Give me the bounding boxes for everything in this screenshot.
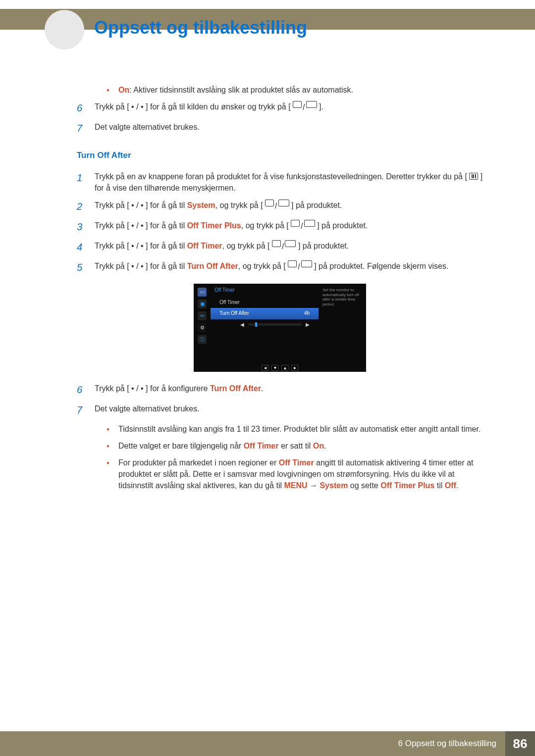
- osd-right-arrow-icon: ▶: [306, 321, 310, 329]
- note3-k1: Off Timer: [279, 458, 314, 467]
- pre-step-6: 6 Trykk på [ • / • ] for å gå til kilden…: [77, 101, 483, 115]
- step5-key: Turn Off After: [187, 262, 238, 270]
- pre-step6-tail: ].: [319, 102, 323, 111]
- step-number: 6: [77, 383, 86, 397]
- osd-resize-icon: ⇔: [198, 311, 207, 320]
- confirm-icon: /: [288, 261, 312, 272]
- confirm-icon: /: [293, 101, 317, 113]
- note3-k5: Off: [445, 481, 456, 490]
- osd-display-icon: ▭: [198, 288, 207, 297]
- menu-icon: [469, 173, 478, 180]
- note2-c: .: [324, 442, 326, 450]
- step3-a: Trykk på [ • / • ] for å gå til: [95, 221, 187, 230]
- note3-e: .: [456, 481, 458, 490]
- note3-k3: System: [320, 481, 348, 490]
- note3-k2: MENU: [284, 481, 307, 490]
- chapter-badge: [45, 10, 84, 50]
- osd-nav-up-icon: ▴: [281, 365, 288, 371]
- note3-d: til: [434, 481, 444, 490]
- content-area: ● On: Aktiver tidsinnstilt avslåing slik…: [77, 84, 483, 497]
- step5-a: Trykk på [ • / • ] for å gå til: [95, 262, 187, 270]
- step-number: 4: [77, 240, 86, 254]
- note3-k4: Off Timer Plus: [380, 481, 434, 490]
- step-1: 1 Trykk på en av knappene foran på produ…: [77, 171, 483, 194]
- step2-a: Trykk på [ • / • ] for å gå til: [95, 201, 187, 209]
- step-2: 2 Trykk på [ • / • ] for å gå til System…: [77, 200, 483, 214]
- osd-row-turn-off-after: Turn Off After 4h: [211, 308, 319, 319]
- step3-key: Off Timer Plus: [187, 221, 241, 230]
- osd-row2-value: 4h: [304, 310, 310, 317]
- step-number: 2: [77, 200, 86, 214]
- step-3: 3 Trykk på [ • / • ] for å gå til Off Ti…: [77, 220, 483, 234]
- step6-key: Turn Off After: [210, 384, 261, 393]
- osd-nav-right-icon: ▸: [291, 365, 298, 371]
- step-4: 4 Trykk på [ • / • ] for å gå til Off Ti…: [77, 240, 483, 254]
- step5-b: , og trykk på [: [238, 262, 286, 270]
- osd-picture-icon: ▣: [198, 300, 207, 308]
- step-6: 6 Trykk på [ • / • ] for å konfigurere T…: [77, 383, 483, 397]
- step1-a: Trykk på en av knappene foran på produkt…: [95, 172, 469, 181]
- confirm-icon: /: [265, 200, 289, 211]
- page-title: Oppsett og tilbakestilling: [94, 17, 307, 38]
- step6-b: .: [261, 384, 263, 393]
- arrow-icon: →: [308, 481, 320, 490]
- step3-b: , og trykk på [: [241, 221, 289, 230]
- note-3: ● For produkter på markedet i noen regio…: [107, 457, 483, 492]
- step6-a: Trykk på [ • / • ] for å konfigurere: [95, 384, 210, 393]
- note1-text: Tidsinnstilt avslåing kan angis fra 1 ti…: [118, 423, 481, 435]
- bullet-dot-icon: ●: [107, 423, 109, 435]
- step-7: 7 Det valgte alternativet brukes.: [77, 403, 483, 417]
- step4-c: ] på produktet.: [298, 242, 349, 250]
- pre-step-7: 7 Det valgte alternativet brukes.: [77, 121, 483, 136]
- footer-title: 6 Oppsett og tilbakestilling: [0, 731, 505, 756]
- note2-k1: Off Timer: [244, 442, 279, 450]
- step4-key: Off Timer: [187, 242, 222, 250]
- osd-left-arrow-icon: ◀: [240, 321, 244, 329]
- osd-slider: ◀ ▶: [211, 319, 319, 331]
- osd-main: Off Timer Off Timer Turn Off After 4h ◀ …: [211, 284, 319, 362]
- step-number: 3: [77, 220, 86, 234]
- osd-row-off-timer: Off Timer: [211, 297, 319, 308]
- osd-nav-icons: ◂ ▾ ▴ ▸: [194, 365, 366, 371]
- step7-text: Det valgte alternativet brukes.: [95, 403, 483, 417]
- step-number: 6: [77, 101, 86, 115]
- osd-title: Off Timer: [211, 284, 319, 297]
- note3-a: For produkter på markedet i noen regione…: [118, 458, 279, 467]
- note3-c: og sette: [348, 481, 380, 490]
- osd-help-text: Set the monitor to automatically turn of…: [320, 284, 366, 310]
- step3-c: ] på produktet.: [317, 221, 368, 230]
- step4-a: Trykk på [ • / • ] for å gå til: [95, 242, 187, 250]
- bullet-dot-icon: ●: [107, 440, 109, 452]
- step5-c: ] på produktet. Følgende skjerm vises.: [314, 262, 448, 270]
- on-bullet: ● On: Aktiver tidsinnstilt avslåing slik…: [107, 84, 483, 96]
- pre-step6-text: Trykk på [ • / • ] for å gå til kilden d…: [95, 102, 291, 111]
- step-number: 1: [77, 171, 86, 194]
- osd-screenshot: ▭ ▣ ⇔ ⚙ ⓘ Off Timer Off Timer Turn Off A…: [194, 284, 366, 372]
- confirm-icon: /: [291, 220, 315, 232]
- bullet-dot-icon: ●: [107, 457, 109, 492]
- osd-info-icon: ⓘ: [198, 335, 207, 344]
- step2-key: System: [187, 201, 215, 209]
- bullet-dot-icon: ●: [107, 84, 109, 96]
- osd-settings-icon: ⚙: [198, 323, 207, 332]
- osd-row2-label: Turn Off After: [219, 310, 249, 317]
- step4-b: , og trykk på [: [222, 242, 270, 250]
- step2-b: , og trykk på [: [215, 201, 263, 209]
- on-label: On: [118, 86, 129, 94]
- step-number: 7: [77, 403, 86, 417]
- note2-k2: On: [313, 442, 324, 450]
- footer: 6 Oppsett og tilbakestilling 86: [0, 731, 535, 756]
- step2-c: ] på produktet.: [291, 201, 342, 209]
- on-text: : Aktiver tidsinnstilt avslåing slik at …: [129, 86, 353, 94]
- footer-page-number: 86: [505, 731, 535, 756]
- step-number: 5: [77, 260, 86, 275]
- osd-nav-left-icon: ◂: [262, 365, 268, 371]
- subheading-turn-off-after: Turn Off After: [77, 150, 483, 162]
- note-2: ● Dette valget er bare tilgjengelig når …: [107, 440, 483, 452]
- note2-a: Dette valget er bare tilgjengelig når: [118, 442, 244, 450]
- osd-sidebar: ▭ ▣ ⇔ ⚙ ⓘ: [194, 284, 211, 362]
- step-number: 7: [77, 121, 86, 136]
- note2-b: er satt til: [278, 442, 313, 450]
- pre-step7-text: Det valgte alternativet brukes.: [95, 121, 483, 136]
- step-5: 5 Trykk på [ • / • ] for å gå til Turn O…: [77, 260, 483, 275]
